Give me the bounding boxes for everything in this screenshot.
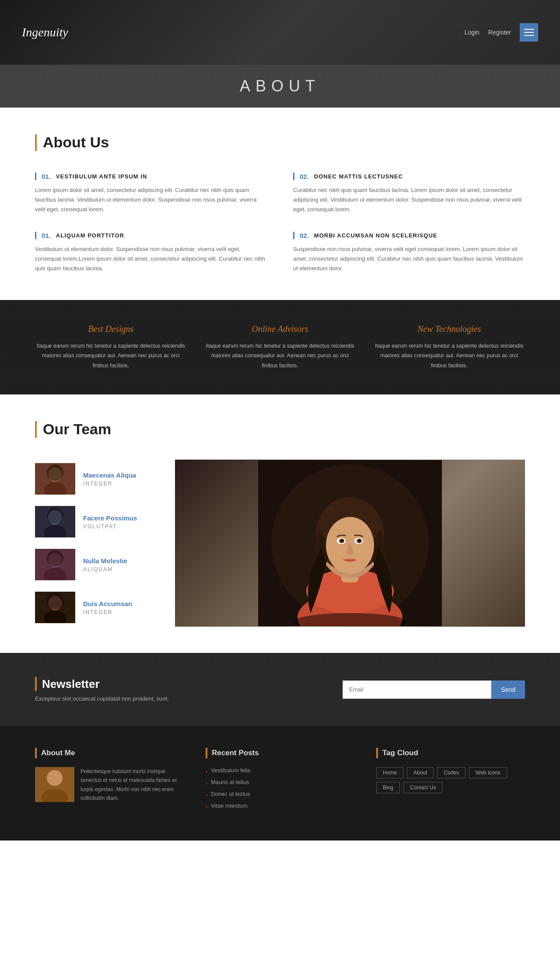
about-us-section: About Us 01. VESTIBULUM ANTE IPSUM IN Lo…: [0, 108, 560, 300]
feature-text-0: Lorem ipsum dolor sit amet, consectetur …: [35, 185, 267, 214]
banner-item-title-2: New Technologies: [373, 324, 525, 334]
feature-title-0: VESTIBULUM ANTE IPSUM IN: [56, 173, 147, 180]
woman-portrait-svg: [175, 460, 525, 626]
recent-posts-heading: Recent Posts: [212, 749, 259, 757]
about-me-bar: [35, 748, 37, 758]
features-grid: 01. VESTIBULUM ANTE IPSUM IN Lorem ipsum…: [35, 173, 525, 274]
feature-title-1: DONEC MATTIS LECTUSNEC: [314, 173, 403, 180]
post-link-2[interactable]: Donec ut lectus: [211, 791, 250, 797]
hamburger-line-1: [524, 29, 534, 30]
post-link-3[interactable]: Vitae interdum: [211, 802, 248, 809]
banner-item-2: New Technologies Itaque earum rerum hic …: [373, 324, 525, 371]
email-input[interactable]: [343, 680, 491, 699]
header-nav: Login Register: [465, 23, 538, 42]
team-avatar-1: [35, 506, 75, 537]
svg-point-32: [47, 770, 63, 786]
feature-item-1: 02. DONEC MATTIS LECTUSNEC Curabitur nec…: [293, 173, 525, 214]
newsletter-left: Newsletter Excepteur sint occaecat cupid…: [35, 677, 169, 702]
hamburger-line-3: [524, 35, 534, 36]
feature-text-2: Vestibulum ut elementum dolor. Suspendis…: [35, 244, 267, 273]
post-arrow-1: ›: [206, 780, 207, 786]
feature-num-2: 01.: [42, 232, 51, 239]
post-arrow-3: ›: [206, 803, 207, 810]
tag-item-2[interactable]: Codes: [437, 767, 466, 778]
team-info-2: Nulla Molestie Aliquam: [83, 557, 127, 572]
avatar-svg-1: [35, 506, 75, 537]
title-accent-bar: [35, 134, 37, 151]
banner-item-text-1: Itaque earum rerum hic tenetur a sapient…: [204, 341, 356, 371]
tag-cloud-title-wrap: Tag Cloud: [376, 748, 525, 758]
tag-item-5[interactable]: Contact Us: [403, 782, 442, 793]
about-me-content: Pellentesque habitant morbi tristique se…: [35, 767, 184, 803]
feature-num-1: 02.: [300, 173, 309, 180]
recent-posts-bar: [206, 748, 207, 758]
banner-item-0: Best Designs Itaque earum rerum hic tene…: [35, 324, 187, 371]
team-info-1: Facere Possimus volutpat: [83, 514, 137, 530]
feature-title-3: MORBI ACCUMSAN NON SCELERISQUE: [314, 232, 438, 239]
hamburger-button[interactable]: [520, 23, 538, 42]
team-role-3: Integer: [83, 609, 132, 615]
team-avatar-0: [35, 463, 75, 495]
feature-header-0: 01. VESTIBULUM ANTE IPSUM IN: [35, 173, 267, 180]
tag-item-1[interactable]: About: [407, 767, 434, 778]
about-us-heading: About Us: [43, 134, 109, 151]
team-info-0: Maecenas Aliqua Integer: [83, 471, 136, 487]
team-title-bar: [35, 421, 37, 438]
banner-item-title-1: Online Advisors: [204, 324, 356, 334]
hamburger-line-2: [524, 32, 534, 33]
post-link-0[interactable]: Vestibulum felis: [211, 767, 250, 774]
svg-point-3: [47, 464, 63, 481]
register-link[interactable]: Register: [488, 29, 511, 36]
team-list: Maecenas Aliqua Integer Facere Possimus …: [35, 460, 162, 627]
post-arrow-0: ›: [206, 768, 207, 774]
tag-cloud-heading: Tag Cloud: [382, 749, 418, 757]
team-member-1[interactable]: Facere Possimus volutpat: [35, 502, 162, 541]
footer-tag-cloud-col: Tag Cloud HomeAboutCodesWeb IconsBlogCon…: [376, 748, 525, 814]
post-arrow-2: ›: [206, 792, 207, 798]
team-avatar-3: [35, 592, 75, 623]
feature-item-2: 01. ALIQUAM PORTTITOR Vestibulum ut elem…: [35, 232, 267, 273]
team-member-0[interactable]: Maecenas Aliqua Integer: [35, 460, 162, 498]
feature-item-0: 01. VESTIBULUM ANTE IPSUM IN Lorem ipsum…: [35, 173, 267, 214]
team-member-2[interactable]: Nulla Molestie Aliquam: [35, 545, 162, 584]
tag-item-0[interactable]: Home: [376, 767, 403, 778]
recent-post-item-0: › Vestibulum felis: [206, 767, 354, 774]
footer: About Me Pellentesque habitant morbi tri…: [0, 726, 560, 840]
team-info-3: Duis Accumsan Integer: [83, 600, 132, 615]
feature-num-0: 01.: [42, 173, 51, 180]
tag-cloud-bar: [376, 748, 378, 758]
feature-header-1: 02. DONEC MATTIS LECTUSNEC: [293, 173, 525, 180]
team-heading: Our Team: [43, 421, 111, 438]
recent-post-item-1: › Mauris at tellus: [206, 779, 354, 786]
page-title: ABOUT: [0, 77, 560, 95]
newsletter-section: Newsletter Excepteur sint occaecat cupid…: [0, 653, 560, 726]
recent-posts-list: › Vestibulum felis › Mauris at tellus › …: [206, 767, 354, 810]
svg-point-29: [358, 539, 361, 542]
avatar-svg-3: [35, 592, 75, 623]
team-role-2: Aliquam: [83, 566, 127, 572]
about-us-title-wrap: About Us: [35, 134, 525, 151]
feature-title-2: ALIQUAM PORTTITOR: [56, 232, 124, 239]
send-button[interactable]: Send: [491, 680, 525, 699]
site-logo[interactable]: Ingenuity: [22, 25, 68, 39]
feature-header-3: 02. MORBI ACCUMSAN NON SCELERISQUE: [293, 232, 525, 239]
newsletter-title-wrap: Newsletter: [35, 677, 169, 691]
feature-text-1: Curabitur nec nibh quis quam faucibus la…: [293, 185, 525, 214]
team-grid: Maecenas Aliqua Integer Facere Possimus …: [35, 460, 525, 627]
footer-recent-posts-col: Recent Posts › Vestibulum felis › Mauris…: [206, 748, 354, 814]
tag-item-4[interactable]: Blog: [376, 782, 400, 793]
team-name-2: Nulla Molestie: [83, 557, 127, 565]
login-link[interactable]: Login: [465, 29, 480, 36]
team-featured-image: [175, 460, 525, 627]
tag-item-3[interactable]: Web Icons: [469, 767, 507, 778]
banner-item-text-0: Itaque earum rerum hic tenetur a sapient…: [35, 341, 187, 371]
recent-post-item-2: › Donec ut lectus: [206, 791, 354, 798]
team-member-3[interactable]: Duis Accumsan Integer: [35, 588, 162, 627]
newsletter-subtitle: Excepteur sint occaecat cupidatat non pr…: [35, 695, 169, 702]
feature-header-2: 01. ALIQUAM PORTTITOR: [35, 232, 267, 239]
svg-point-11: [47, 550, 63, 567]
post-link-1[interactable]: Mauris at tellus: [211, 779, 249, 785]
header: Ingenuity Login Register: [0, 0, 560, 65]
page-title-section: ABOUT: [0, 65, 560, 108]
newsletter-bar: [35, 677, 37, 691]
